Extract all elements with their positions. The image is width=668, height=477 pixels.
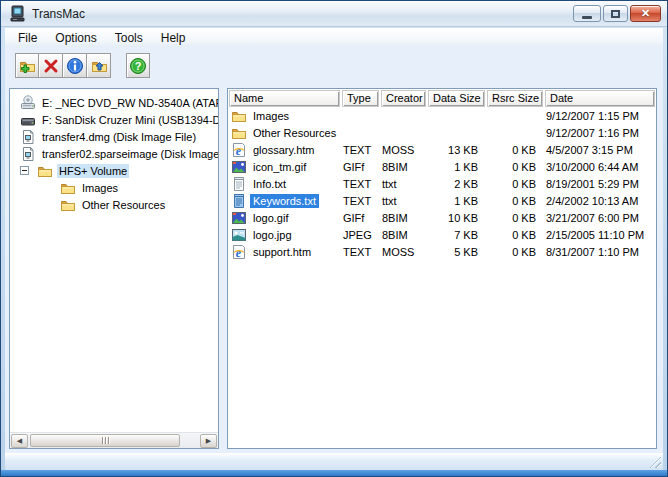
tree-item-label: transfer4.dmg (Disk Image File): [40, 130, 198, 144]
new-folder-button[interactable]: [15, 53, 39, 78]
tree-item[interactable]: Other Resources: [10, 196, 218, 213]
transmac-window: TransMac ✕ FileOptionsToolsHelp ? E: _NE…: [0, 0, 668, 477]
file-name-cell[interactable]: logo.gif: [228, 210, 339, 226]
file-date-cell: 9/12/2007 1:16 PM: [544, 127, 656, 139]
column-header-rsrc-size[interactable]: Rsrc Size: [487, 90, 543, 107]
file-type-cell: TEXT: [341, 246, 378, 258]
file-row[interactable]: logo.gifGIFf8BIM10 KB0 KB3/21/2007 6:00 …: [228, 209, 656, 226]
menu-bar: FileOptionsToolsHelp: [5, 28, 663, 47]
status-bar: [5, 453, 663, 470]
file-type-cell: TEXT: [341, 195, 378, 207]
file-data-size-cell: 2 KB: [427, 178, 484, 190]
file-name-label: logo.gif: [250, 211, 291, 225]
minimize-button[interactable]: [573, 5, 601, 22]
file-rsrc-size-cell: 0 KB: [486, 144, 542, 156]
text-file-icon: [231, 176, 247, 192]
file-name-label: support.htm: [250, 245, 314, 259]
file-rsrc-size-cell: 0 KB: [486, 246, 542, 258]
minimize-icon: [582, 16, 592, 19]
scroll-grip-icon: [102, 437, 109, 444]
column-header-creator[interactable]: Creator: [381, 90, 426, 107]
file-date-cell: 3/21/2007 6:00 PM: [544, 212, 656, 224]
export-folder-icon: [90, 57, 108, 75]
menu-file[interactable]: File: [9, 29, 46, 47]
main-area: E: _NEC DVD_RW ND-3540A (ATAPI-CF: SanDi…: [5, 84, 663, 453]
disk-image-icon: [20, 146, 36, 162]
file-name-cell[interactable]: icon_tm.gif: [228, 159, 339, 175]
file-creator-cell: MOSS: [380, 246, 425, 258]
file-list-body: Images9/12/2007 1:15 PMOther Resources9/…: [228, 107, 656, 260]
file-creator-cell: 8BIM: [380, 161, 425, 173]
maximize-button[interactable]: [603, 5, 628, 22]
file-row[interactable]: logo.jpgJPEG8BIM7 KB0 KB2/15/2005 11:10 …: [228, 226, 656, 243]
maximize-icon: [611, 10, 620, 18]
column-header-name[interactable]: Name: [229, 90, 340, 107]
window-title: TransMac: [32, 7, 573, 21]
help-button[interactable]: ?: [126, 53, 150, 78]
scroll-left-arrow[interactable]: ◀: [11, 434, 28, 448]
file-name-cell[interactable]: eglossary.htm: [228, 142, 339, 158]
removable-drive-icon: [20, 112, 36, 128]
column-header-data-size[interactable]: Data Size: [428, 90, 485, 107]
tree-item[interactable]: F: SanDisk Cruzer Mini (USB1394-Disk): [10, 111, 218, 128]
tree-horizontal-scrollbar[interactable]: ◀ ▶: [10, 432, 218, 448]
scroll-track[interactable]: [29, 433, 199, 449]
scroll-thumb[interactable]: [30, 434, 180, 447]
tree-item-label: F: SanDisk Cruzer Mini (USB1394-Disk): [40, 113, 218, 127]
gif-image-icon: [231, 159, 247, 175]
tree-item[interactable]: E: _NEC DVD_RW ND-3540A (ATAPI-C: [10, 94, 218, 111]
app-icon[interactable]: [9, 5, 27, 23]
tree-item-label: HFS+ Volume: [57, 164, 129, 178]
file-name-label: logo.jpg: [250, 228, 295, 242]
tree-item[interactable]: transfer02.sparseimage (Disk Image File): [10, 145, 218, 162]
file-row[interactable]: Info.txtTEXTttxt2 KB0 KB8/19/2001 5:29 P…: [228, 175, 656, 192]
file-name-cell[interactable]: Keywords.txt: [228, 193, 339, 209]
client-area: FileOptionsToolsHelp ? E: _NEC DVD_RW ND…: [5, 28, 663, 470]
file-row[interactable]: Other Resources9/12/2007 1:16 PM: [228, 124, 656, 141]
delete-button[interactable]: [39, 53, 63, 78]
column-header-date[interactable]: Date: [545, 90, 655, 107]
file-row[interactable]: icon_tm.gifGIFf8BIM1 KB0 KB3/10/2000 6:4…: [228, 158, 656, 175]
info-icon: [66, 57, 84, 75]
file-row[interactable]: Images9/12/2007 1:15 PM: [228, 107, 656, 124]
device-tree-panel: E: _NEC DVD_RW ND-3540A (ATAPI-CF: SanDi…: [9, 88, 219, 449]
file-data-size-cell: 1 KB: [427, 195, 484, 207]
column-header-type[interactable]: Type: [342, 90, 379, 107]
tree-item[interactable]: Images: [10, 179, 218, 196]
tree-item[interactable]: transfer4.dmg (Disk Image File): [10, 128, 218, 145]
close-button[interactable]: ✕: [630, 5, 661, 22]
file-list-panel: NameTypeCreatorData SizeRsrc SizeDate Im…: [227, 88, 657, 449]
file-name-cell[interactable]: Other Resources: [228, 125, 339, 141]
export-folder-button[interactable]: [87, 53, 111, 78]
file-name-label: Info.txt: [250, 177, 289, 191]
file-rsrc-size-cell: 0 KB: [486, 229, 542, 241]
file-name-cell[interactable]: logo.jpg: [228, 227, 339, 243]
file-name-cell[interactable]: Info.txt: [228, 176, 339, 192]
file-date-cell: 2/15/2005 11:10 PM: [544, 229, 656, 241]
file-type-cell: GIFf: [341, 212, 378, 224]
resize-grip[interactable]: [648, 455, 661, 468]
title-bar[interactable]: TransMac ✕: [1, 1, 667, 27]
file-name-cell[interactable]: Images: [228, 108, 339, 124]
file-type-cell: GIFf: [341, 161, 378, 173]
tree-item[interactable]: HFS+ Volume: [10, 162, 218, 179]
folder-icon: [37, 163, 53, 179]
menu-help[interactable]: Help: [152, 29, 195, 47]
info-button[interactable]: [63, 53, 87, 78]
file-rsrc-size-cell: 0 KB: [486, 195, 542, 207]
file-row[interactable]: Keywords.txtTEXTttxt1 KB0 KB2/4/2002 10:…: [228, 192, 656, 209]
file-date-cell: 8/31/2007 1:10 PM: [544, 246, 656, 258]
file-name-cell[interactable]: esupport.htm: [228, 244, 339, 260]
file-row[interactable]: eglossary.htmTEXTMOSS13 KB0 KB4/5/2007 3…: [228, 141, 656, 158]
tree-item-label: E: _NEC DVD_RW ND-3540A (ATAPI-C: [40, 96, 218, 110]
file-data-size-cell: 10 KB: [427, 212, 484, 224]
disk-image-icon: [20, 129, 36, 145]
menu-tools[interactable]: Tools: [106, 29, 152, 47]
file-row[interactable]: esupport.htmTEXTMOSS5 KB0 KB8/31/2007 1:…: [228, 243, 656, 260]
scroll-right-arrow[interactable]: ▶: [200, 434, 217, 448]
collapse-expander-icon[interactable]: [20, 166, 29, 175]
folder-icon: [231, 125, 247, 141]
menu-options[interactable]: Options: [46, 29, 105, 47]
folder-icon: [60, 197, 76, 213]
file-creator-cell: 8BIM: [380, 212, 425, 224]
